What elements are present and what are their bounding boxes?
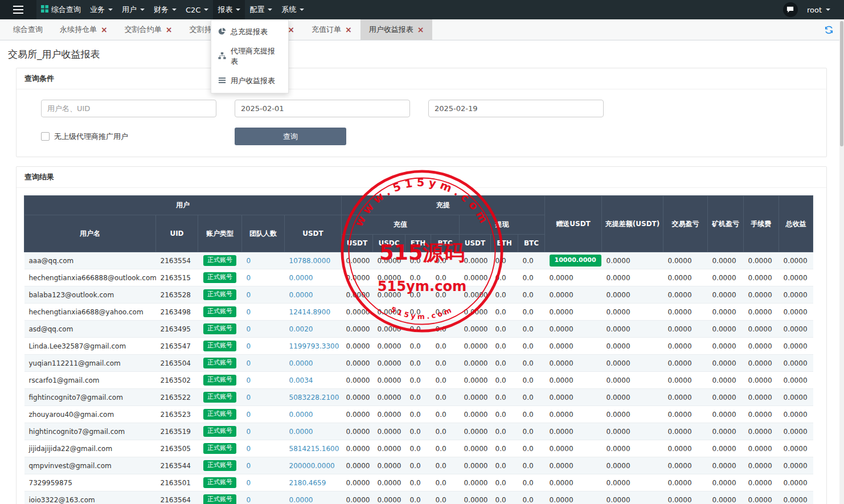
team-count-link[interactable]: 0 [247, 376, 251, 384]
cell-account-type: 正式账号 [198, 491, 242, 504]
cell-team-count: 0 [242, 491, 285, 504]
usdt-balance-link[interactable]: 200000.0000 [289, 462, 335, 470]
cell-amount: 0.0000 [460, 372, 491, 389]
team-count-link[interactable]: 0 [247, 462, 251, 470]
cell-amount: 0.0000 [708, 406, 744, 423]
usdt-balance-link[interactable]: 0.0034 [289, 376, 313, 384]
cell-amount: 0.0000 [342, 372, 373, 389]
cell-amount: 0.0000 [744, 406, 779, 423]
header-cell: USDT [342, 235, 373, 252]
close-icon[interactable]: × [166, 26, 173, 34]
nav-item-user[interactable]: 用户 [117, 0, 149, 19]
tab-delivery-contracts[interactable]: 交割合约单× [116, 19, 181, 40]
cell-usdt-balance: 0.0000 [285, 491, 342, 504]
cell-account-type: 正式账号 [198, 457, 242, 474]
usdt-balance-link[interactable]: 5814215.1600 [289, 445, 339, 453]
nav-item-finance[interactable]: 财务 [149, 0, 181, 19]
usdt-balance-link[interactable]: 2180.4659 [289, 479, 326, 487]
close-icon[interactable]: × [101, 26, 108, 34]
cell-amount: 0.0 [431, 440, 460, 457]
search-button[interactable]: 查询 [235, 128, 346, 145]
team-count-link[interactable]: 0 [247, 308, 251, 316]
date-to-input[interactable] [428, 100, 604, 117]
team-count-link[interactable]: 0 [247, 428, 251, 436]
usdt-balance-link[interactable]: 10788.0000 [289, 257, 331, 265]
nav-item-business[interactable]: 业务 [85, 0, 117, 19]
usdt-balance-link[interactable]: 12414.8900 [289, 308, 331, 316]
cell-amount: 0.0000 [373, 372, 405, 389]
cell-amount: 0.0000 [460, 389, 491, 406]
usdt-balance-link[interactable]: 0.0000 [289, 428, 313, 436]
usdt-balance-link[interactable]: 0.0000 [289, 359, 313, 367]
refresh-button[interactable] [824, 19, 834, 40]
team-count-link[interactable]: 0 [247, 325, 251, 333]
nav-item-system[interactable]: 系统 [277, 0, 309, 19]
cell-usdt-balance: 2180.4659 [285, 474, 342, 491]
vertical-scrollbar[interactable] [839, 19, 844, 504]
report-dropdown: 总充提报表代理商充提报表用户收益报表 [211, 19, 289, 93]
team-count-link[interactable]: 0 [247, 411, 251, 419]
usdt-balance-link[interactable]: 0.0000 [289, 496, 313, 504]
cell-amount: 0.0 [431, 372, 460, 389]
usdt-balance-link[interactable]: 0.0000 [289, 274, 313, 282]
cell-amount: 0.0000 [373, 491, 405, 504]
team-count-link[interactable]: 0 [247, 342, 251, 350]
cell-amount: 0.0000 [342, 440, 373, 457]
team-count-link[interactable]: 0 [247, 274, 251, 282]
cell-amount: 0.0 [518, 457, 545, 474]
close-icon[interactable]: × [417, 26, 424, 34]
scrollbar-thumb[interactable] [840, 21, 843, 146]
date-from-input[interactable] [235, 100, 410, 117]
cell-amount: 0.0000 [708, 440, 744, 457]
cell-amount: 0.0000 [460, 491, 491, 504]
nav-item-c2c[interactable]: C2C [181, 0, 213, 19]
header-cell: ETH [491, 235, 518, 252]
nav-item-overview[interactable]: 综合查询 [36, 0, 85, 19]
header-cell: 用户名 [24, 215, 156, 252]
dropdown-item-agent-deposit-withdraw-report[interactable]: 代理商充提报表 [211, 42, 288, 71]
dropdown-item-total-deposit-withdraw-report[interactable]: 总充提报表 [211, 22, 288, 42]
cell-amount: 0.0 [518, 252, 545, 269]
header-cell: 账户类型 [198, 215, 242, 252]
cell-amount: 0.0000 [663, 491, 708, 504]
tab-perpetual-positions[interactable]: 永续持仓单× [51, 19, 116, 40]
team-count-link[interactable]: 0 [247, 394, 251, 401]
table-row: asd@qq.com2163495正式账号00.00200.00000.0000… [24, 321, 813, 338]
table-row: aaa@qq.com2163554正式账号010788.00000.00000.… [24, 252, 813, 269]
nav-menu: 综合查询业务用户财务C2C报表配置系统 [36, 0, 309, 19]
usdt-balance-link[interactable]: 0.0000 [289, 291, 313, 299]
nav-item-label: 用户 [122, 5, 137, 15]
usdt-balance-link[interactable]: 5083228.2100 [289, 394, 339, 401]
header-cell: ETH [405, 235, 431, 252]
team-count-link[interactable]: 0 [247, 291, 251, 299]
nav-item-config[interactable]: 配置 [245, 0, 277, 19]
usdt-balance-link[interactable]: 1199793.3300 [289, 342, 339, 350]
dropdown-item-user-revenue-report[interactable]: 用户收益报表 [211, 71, 288, 91]
usdt-balance-link[interactable]: 0.0020 [289, 325, 313, 333]
cell-amount: 0.0000 [373, 286, 405, 304]
tab-user-revenue-report[interactable]: 用户收益报表× [360, 19, 433, 40]
cell-amount: 0.0 [518, 389, 545, 406]
usdt-balance-link[interactable]: 0.0000 [289, 411, 313, 419]
username-input[interactable] [41, 100, 216, 117]
team-count-link[interactable]: 0 [247, 496, 251, 504]
team-count-link[interactable]: 0 [247, 445, 251, 453]
header-cell: 矿机盈亏 [708, 196, 744, 252]
nav-item-report[interactable]: 报表 [213, 0, 245, 19]
tab-overview[interactable]: 综合查询 [5, 19, 51, 40]
no-agent-checkbox[interactable] [41, 132, 50, 141]
team-count-link[interactable]: 0 [247, 359, 251, 367]
cell-amount: 0.0 [518, 491, 545, 504]
sidebar-toggle-button[interactable] [0, 0, 36, 19]
cell-gift-usdt: 0.0000 [545, 423, 602, 440]
user-menu[interactable]: root [807, 6, 830, 14]
chat-icon [786, 6, 794, 13]
team-count-link[interactable]: 0 [247, 257, 251, 265]
cell-amount: 0.0000 [779, 252, 813, 269]
results-panel: 查询结果 用户充提赠送USDT充提差额(USDT)交易盈亏矿机盈亏手续费总收益 … [16, 166, 827, 504]
team-count-link[interactable]: 0 [247, 479, 251, 487]
cell-account-type: 正式账号 [198, 304, 242, 321]
messages-button[interactable] [783, 2, 798, 17]
close-icon[interactable]: × [345, 26, 352, 34]
tab-deposit-orders[interactable]: 充值订单× [303, 19, 360, 40]
